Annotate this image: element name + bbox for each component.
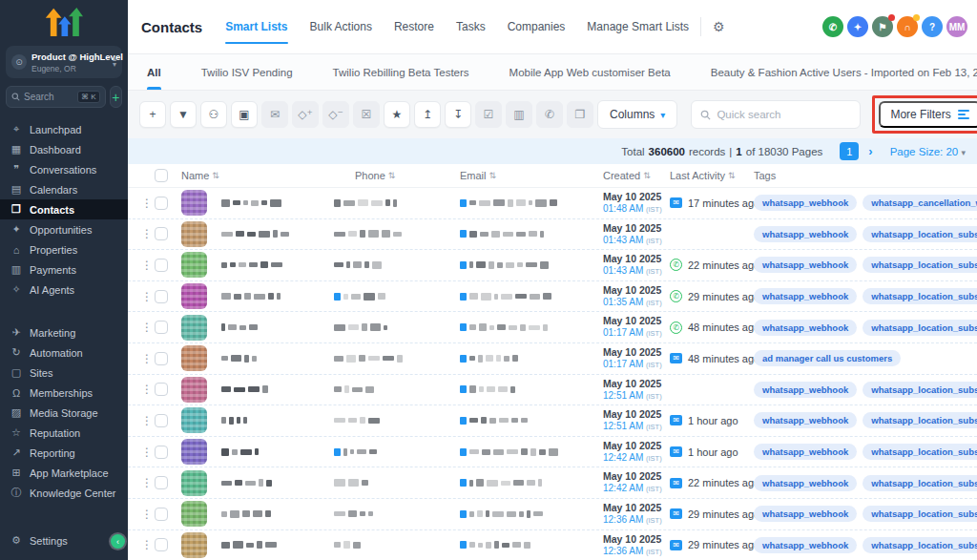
tag-pill[interactable]: whatsapp_webhook [754,382,857,398]
tag-pill[interactable]: whatsapp_webhook [754,320,857,336]
sort-icon[interactable]: ⇅ [643,171,651,180]
table-row[interactable]: ⋮May 10 202512:36 AM (IST)✉29 minutes ag… [128,499,977,530]
tag-pill[interactable]: whatsapp_webhook [754,412,857,428]
tag-pill[interactable]: whatsapp_webhook [754,444,857,460]
tag-pill[interactable]: whatsapp_cancellation_webhook [863,195,977,211]
phone-icon[interactable]: ✆ [822,16,843,37]
whatsapp-button[interactable]: ✆ [536,101,563,128]
contact-name[interactable] [216,541,317,549]
export-button[interactable]: ↥ [414,101,441,128]
tag-pill[interactable]: whatsapp_location_subscribe [863,257,977,273]
remove-tag-button[interactable]: ◇⁻ [322,101,349,128]
tab-manage-smart-lists[interactable]: Manage Smart Lists [587,0,689,53]
add-tag-button[interactable]: ◇⁺ [292,101,319,128]
table-row[interactable]: ⋮May 10 202501:35 AM (IST)✆29 minutes ag… [128,281,977,313]
next-page-icon[interactable]: › [868,144,872,158]
contact-name[interactable] [216,199,317,207]
tab-companies[interactable]: Companies [508,0,566,53]
contact-name[interactable] [216,510,317,518]
help-icon[interactable]: ? [922,16,943,37]
sidebar-item-opportunities[interactable]: ✦Opportunities [0,219,128,239]
row-checkbox[interactable] [155,259,168,272]
page-1-button[interactable]: 1 [840,142,859,160]
row-menu-icon[interactable]: ⋮ [139,538,155,551]
select-all-checkbox[interactable] [155,169,168,182]
tag-pill[interactable]: whatsapp_location_subscribe [863,444,977,460]
sort-icon[interactable]: ⇅ [489,171,497,180]
account-switcher[interactable]: ⊙ Product @ HighLevel Eugene, OR ▴▾ [6,46,122,78]
row-checkbox[interactable] [155,227,168,240]
user-avatar-icon[interactable]: MM [946,16,967,37]
row-checkbox[interactable] [155,476,168,489]
row-menu-icon[interactable]: ⋮ [139,321,155,334]
tag-pill[interactable]: whatsapp_webhook [754,475,857,491]
column-header-created[interactable]: Created⇅ [578,170,655,181]
row-menu-icon[interactable]: ⋮ [139,227,155,240]
tag-pill[interactable]: whatsapp_location_subscribe [863,506,977,522]
star-button[interactable]: ★ [384,101,410,128]
sidebar-collapse-button[interactable]: ‹ [111,534,125,549]
contact-name[interactable] [216,261,317,268]
tab-tasks[interactable]: Tasks [456,0,486,53]
row-checkbox[interactable] [155,321,168,334]
row-checkbox[interactable] [155,352,168,365]
smartlist-settings-gear-icon[interactable]: ⚙ [713,19,725,34]
sort-icon[interactable]: ⇅ [388,171,396,180]
sidebar-item-launchpad[interactable]: ⌖Launchpad [0,119,128,139]
add-contact-button[interactable]: + [139,101,166,128]
add-to-company-button[interactable]: ▥ [506,101,532,128]
row-checkbox[interactable] [155,538,168,551]
more-filters-button[interactable]: More Filters [879,101,977,128]
sidebar-item-contacts[interactable]: ❒Contacts [0,199,128,219]
row-menu-icon[interactable]: ⋮ [139,383,155,396]
row-checkbox[interactable] [155,383,168,396]
import-button[interactable]: ↧ [445,101,471,128]
delete-button[interactable]: ☒ [353,101,380,128]
sidebar-search[interactable]: ⌘ K [6,86,106,108]
table-row[interactable]: ⋮May 10 202512:42 AM (IST)✉22 minutes ag… [128,467,977,499]
smartlist-tab-beauty-fashion-active-users-im[interactable]: Beauty & Fashion Active Users - Imported… [711,54,977,90]
tag-pill[interactable]: whatsapp_location_subscribe [863,537,977,553]
tag-pill[interactable]: whatsapp_webhook [754,288,857,304]
contact-name[interactable] [216,417,317,425]
row-checkbox[interactable] [155,414,168,427]
tag-pill[interactable]: whatsapp_webhook [754,257,857,273]
tag-pill[interactable]: whatsapp_location_subscribe [863,288,977,304]
sidebar-item-app-marketplace[interactable]: ⊞App Marketplace [0,463,128,483]
sidebar-item-sites[interactable]: ▢Sites [0,363,128,383]
tag-pill[interactable]: whatsapp_webhook [754,226,857,242]
sidebar-item-reporting[interactable]: ↗Reporting [0,443,128,463]
send-email-button[interactable]: ✉ [261,101,288,128]
column-header-last-activity[interactable]: Last Activity⇅ [655,170,748,181]
contact-name[interactable] [216,230,317,238]
smartlist-tab-twilio-isv-pending[interactable]: Twilio ISV Pending [201,54,293,90]
contact-name[interactable] [216,385,317,393]
row-menu-icon[interactable]: ⋮ [139,476,155,489]
row-menu-icon[interactable]: ⋮ [139,197,155,210]
bot-button[interactable]: ⚇ [200,101,227,128]
row-menu-icon[interactable]: ⋮ [139,352,155,365]
row-checkbox[interactable] [155,508,168,521]
sidebar-item-ai-agents[interactable]: ✧AI Agents [0,280,128,300]
contact-name[interactable] [216,293,317,300]
quick-add-button[interactable]: + [110,86,122,108]
sidebar-item-settings[interactable]: ⚙ Settings [0,530,128,550]
row-checkbox[interactable] [155,197,168,210]
sidebar-item-knowledge-center[interactable]: ⓘKnowledge Center [0,483,128,503]
sidebar-item-media-storage[interactable]: ▨Media Storage [0,403,128,423]
table-row[interactable]: ⋮May 10 202512:51 AM (IST)whatsapp_webho… [128,375,977,406]
table-row[interactable]: ⋮May 10 202501:43 AM (IST)whatsapp_webho… [128,219,977,251]
email-verify-button[interactable]: ☑ [475,101,502,128]
table-row[interactable]: ⋮May 10 202501:17 AM (IST)✆48 minutes ag… [128,312,977,343]
quick-actions-icon[interactable]: ✦ [847,16,868,37]
tag-pill[interactable]: whatsapp_location_subscribe [863,412,977,428]
row-checkbox[interactable] [155,290,168,303]
sidebar-item-dashboard[interactable]: ▦Dashboard [0,139,128,159]
row-menu-icon[interactable]: ⋮ [139,290,155,303]
table-row[interactable]: ⋮May 10 202512:36 AM (IST)✉29 minutes ag… [128,530,977,560]
column-header-phone[interactable]: Phone⇅ [317,170,443,181]
quick-search-input[interactable] [717,109,831,120]
tag-pill[interactable]: whatsapp_webhook [754,195,857,211]
table-row[interactable]: ⋮May 10 202501:43 AM (IST)✆22 minutes ag… [128,250,977,281]
sidebar-item-marketing[interactable]: ✈Marketing [0,322,128,342]
